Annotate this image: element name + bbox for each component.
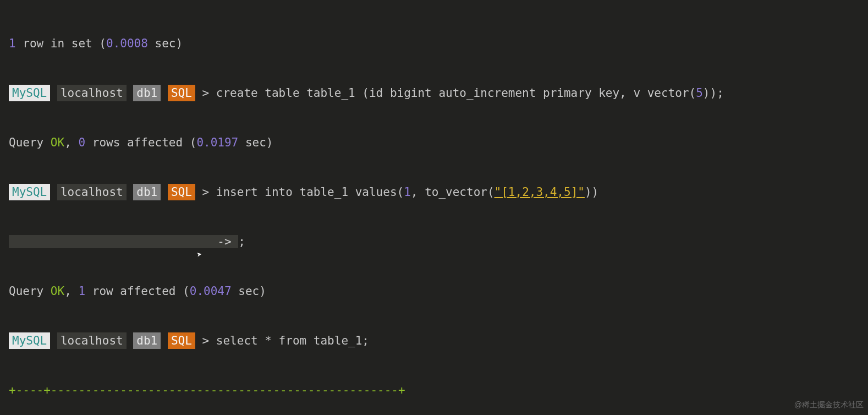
badge-host: localhost [57, 85, 127, 101]
table-rule: +----+----------------------------------… [9, 382, 864, 398]
result-summary: 1 row in set (0.0008 sec) [9, 35, 864, 52]
prompt: MySQL localhost db1 SQL > [9, 332, 209, 349]
badge-sql: SQL [168, 85, 195, 101]
cmd-select-all: MySQL localhost db1 SQL > select * from … [9, 332, 864, 349]
terminal[interactable]: 1 row in set (0.0008 sec) MySQL localhos… [0, 0, 868, 415]
query-result: Query OK, 0 rows affected (0.0197 sec) [9, 134, 864, 151]
prompt: MySQL localhost db1 SQL > [9, 184, 209, 200]
cmd-insert: MySQL localhost db1 SQL > insert into ta… [9, 184, 864, 200]
cmd-continue: -> ; [9, 233, 864, 250]
prompt: MySQL localhost db1 SQL > [9, 85, 209, 101]
cmd-create-table: MySQL localhost db1 SQL > create table t… [9, 85, 864, 101]
badge-mysql: MySQL [9, 85, 50, 101]
badge-db: db1 [133, 85, 161, 101]
watermark: @稀土掘金技术社区 [794, 396, 864, 413]
query-result: Query OK, 1 row affected (0.0047 sec) [9, 283, 864, 299]
